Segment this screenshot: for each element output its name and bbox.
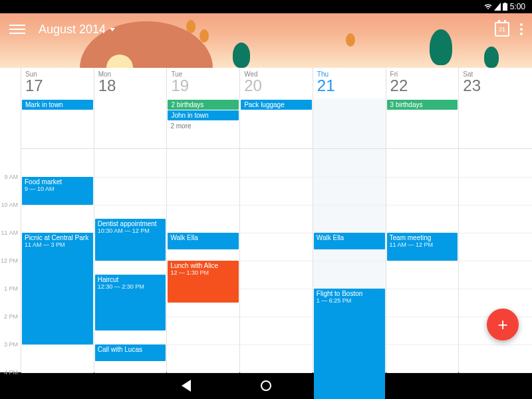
calendar-event[interactable]: Dentist appointment10:30 AM — 12 PM [95,219,166,261]
event-title: Haircut [98,276,164,283]
hour-label: 2 PM [4,313,18,320]
menu-icon[interactable] [9,21,25,37]
hour-label: 10 AM [1,201,18,208]
wifi-icon [484,3,492,11]
calendar-event[interactable]: Haircut12:30 — 2:30 PM [95,275,166,331]
event-time: 10:30 AM — 12 PM [98,227,164,234]
day-column[interactable]: Wed20Pack luggage [240,68,313,372]
day-number: 19 [171,78,235,94]
calendar-event[interactable]: Walk Ella [168,233,239,249]
allday-event[interactable]: Pack luggage [241,100,312,110]
time-gutter: 9 AM10 AM11 AM12 PM1 PM2 PM3 PM4 PM [0,68,21,372]
timed-zone: Walk EllaFlight to Boston1 — 6:25 PM [313,149,386,372]
more-events-link[interactable]: 2 more [167,121,239,131]
event-title: Dentist appointment [98,220,164,227]
day-column[interactable]: Mon18Dentist appointment10:30 AM — 12 PM… [94,68,168,372]
day-header[interactable]: Thu21 [313,68,386,98]
calendar-week-view: 9 AM10 AM11 AM12 PM1 PM2 PM3 PM4 PM Sun1… [0,68,532,372]
more-icon[interactable] [520,23,523,35]
timed-zone [240,149,313,372]
event-time: 11 AM — 12 PM [390,241,456,248]
allday-zone: Pack luggage [240,98,313,149]
allday-zone [459,98,532,149]
day-number: 18 [98,78,163,94]
calendar-event[interactable]: Picnic at Central Park11 AM — 3 PM [22,233,93,344]
event-title: Team meeting [390,234,456,241]
circle-home-icon [261,380,271,391]
calendar-event[interactable]: Flight to Boston1 — 6:25 PM [314,289,385,399]
day-column[interactable]: Tue192 birthdaysJohn in town2 moreWalk E… [167,68,240,372]
timed-zone: Team meeting11 AM — 12 PM [386,149,459,372]
signal-icon [494,3,501,11]
calendar-event[interactable]: Walk Ella [314,233,385,249]
triangle-back-icon [182,380,191,392]
event-title: Walk Ella [170,234,236,241]
day-number: 22 [390,78,455,94]
day-column[interactable]: Sun17Mark in townFood market9 — 10 AMPic… [21,68,94,372]
event-title: Lunch with Alice [170,262,236,269]
event-title: Food market [25,178,90,186]
add-event-fab[interactable]: + [487,309,519,340]
day-header[interactable]: Sun17 [21,68,94,98]
event-time: 11 AM — 3 PM [25,241,90,248]
day-number: 17 [25,78,90,94]
month-title: August 2014 [39,23,106,37]
day-column[interactable]: Thu21Walk EllaFlight to Boston1 — 6:25 P… [313,68,386,372]
back-button[interactable] [180,379,193,392]
allday-event[interactable]: 3 birthdays [387,100,458,110]
day-number: 23 [463,78,528,94]
status-time: 5:00 [510,2,525,11]
event-time: 12 — 1:30 PM [170,269,236,276]
event-time: 1 — 6:25 PM [317,297,382,304]
day-header[interactable]: Fri22 [386,68,459,98]
hour-label: 12 PM [1,257,18,264]
calendar-event[interactable]: Lunch with Alice12 — 1:30 PM [168,261,239,303]
calendar-event[interactable]: Team meeting11 AM — 12 PM [387,233,458,261]
allday-event[interactable]: John in town [168,110,239,120]
status-icons [484,3,507,11]
app-header: August 2014 21 [0,13,532,68]
allday-zone: Mark in town [21,98,94,149]
today-button[interactable]: 21 [495,22,509,37]
timed-zone: Walk EllaLunch with Alice12 — 1:30 PM [167,149,239,372]
timed-zone: Dentist appointment10:30 AM — 12 PMHairc… [94,149,167,372]
event-title: Flight to Boston [317,290,382,297]
allday-event[interactable]: Mark in town [22,100,93,110]
days-grid: Sun17Mark in townFood market9 — 10 AMPic… [21,68,532,372]
month-picker[interactable]: August 2014 [39,23,115,37]
event-title: Call with Lucas [98,346,164,353]
battery-icon [503,3,507,11]
svg-rect-1 [504,3,506,3]
day-number: 20 [244,78,309,94]
calendar-event[interactable]: Call with Lucas [95,344,166,361]
event-title: Picnic at Central Park [25,234,90,241]
allday-event[interactable]: 2 birthdays [168,100,239,110]
event-time: 12:30 — 2:30 PM [98,283,164,290]
day-header[interactable]: Tue19 [167,68,239,98]
event-time: 9 — 10 AM [25,186,90,192]
event-title: Walk Ella [317,234,382,241]
android-nav-bar [0,372,532,399]
allday-zone: 3 birthdays [386,98,459,149]
allday-zone [313,98,386,149]
hour-label: 1 PM [4,285,18,292]
home-button[interactable] [259,379,273,392]
svg-rect-0 [503,3,507,11]
day-header[interactable]: Mon18 [94,68,167,98]
hour-label: 9 AM [4,174,18,180]
day-number: 21 [317,78,382,94]
timed-zone: Food market9 — 10 AMPicnic at Central Pa… [21,149,94,372]
hour-label: 11 AM [1,229,18,236]
day-column[interactable]: Fri223 birthdaysTeam meeting11 AM — 12 P… [386,68,460,372]
day-header[interactable]: Wed20 [240,68,313,98]
allday-zone: 2 birthdaysJohn in town2 more [167,98,239,149]
android-status-bar: 5:00 [0,0,532,13]
allday-zone [94,98,167,149]
hour-label: 4 PM [4,369,18,376]
chevron-down-icon [110,28,115,31]
calendar-event[interactable]: Food market9 — 10 AM [22,177,93,205]
hour-label: 3 PM [4,341,18,348]
day-header[interactable]: Sat23 [459,68,532,98]
